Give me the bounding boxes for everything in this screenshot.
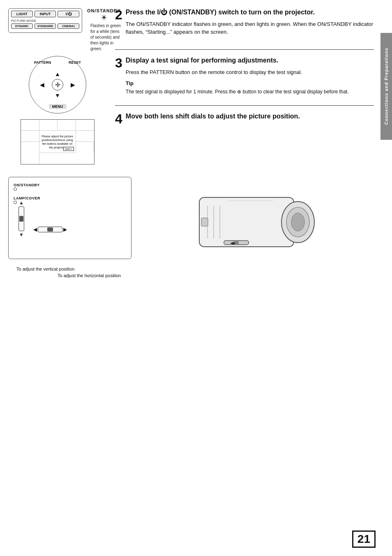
horizontal-slider-thumb [47, 227, 53, 232]
vertical-position-label: To adjust the vertical position [16, 266, 374, 271]
up-slider-arrow: ▲ [19, 200, 24, 206]
tip-body: The test signal is displayed for 1 minut… [126, 88, 349, 95]
tip-block: Tip The test signal is displayed for 1 m… [126, 80, 349, 95]
horizontal-slider-track [38, 227, 62, 232]
projector-panel: ON/STANDBY LAMP/COVER ▲ ▼ ◀ [8, 177, 131, 259]
remote-top-buttons: LIGHT INPUT I/⏻ PICTURE MODE DYNAMIC STA… [8, 8, 82, 33]
left-column: LIGHT INPUT I/⏻ PICTURE MODE DYNAMIC STA… [8, 8, 107, 169]
reset-label: RESET [69, 60, 81, 65]
projector-svg: ◀▶ [191, 181, 323, 263]
step4-heading: Move both lens shift dials to adjust the… [126, 112, 300, 121]
step3-block: 3 Display a test signal for performing a… [115, 56, 374, 95]
vertical-slider-track [18, 206, 24, 231]
page-number: 21 [352, 531, 376, 548]
on-standby-indicator [14, 188, 17, 191]
divider-1 [115, 49, 374, 50]
step2-body: The ON/STANDBY indicator flashes in gree… [126, 20, 374, 36]
sidebar-tab-label: Connections and Preparations [383, 48, 389, 125]
remote-top-panel: LIGHT INPUT I/⏻ PICTURE MODE DYNAMIC STA… [8, 8, 82, 52]
projector-device: ◀▶ [140, 177, 374, 263]
arrow-row: ◀ ✛ ▶ [40, 79, 75, 90]
diagram-labels: To adjust the vertical position To adjus… [8, 266, 374, 278]
vertical-slider-thumb [19, 216, 23, 222]
step4-number: 4 [115, 112, 122, 125]
svg-point-3 [291, 213, 304, 231]
test-screen-exit-button: Exit > [63, 147, 74, 151]
standby-button: I/⏻ [58, 11, 79, 17]
lamp-cover-label: LAMP/COVER [14, 196, 40, 200]
step3-heading: Display a test signal for performing adj… [126, 56, 349, 65]
menu-label: MENU [49, 104, 67, 109]
svg-text:◀▶: ◀▶ [230, 241, 236, 245]
svg-rect-11 [201, 218, 208, 226]
lamp-cover-indicator [14, 201, 17, 204]
horizontal-slider: ◀ ▶ [33, 227, 67, 232]
horizontal-position-label: To adjust the horizontal position [58, 273, 374, 278]
right-column: 2 Press the I/⏻ (ON/STANDBY) switch to t… [115, 8, 374, 169]
divider-2 [115, 105, 374, 106]
pattern-remote-circle: PATTERN RESET ▲ ◀ ✛ ▶ ▼ MENU [29, 56, 86, 114]
page-container: Connections and Preparations LIGHT INPUT… [0, 0, 392, 556]
tip-title: Tip [126, 80, 349, 86]
pattern-label: PATTERN [34, 60, 51, 65]
light-button: LIGHT [11, 11, 33, 17]
step4-block: 4 Move both lens shift dials to adjust t… [115, 112, 374, 125]
step2-number: 2 [115, 8, 122, 21]
up-arrow-icon: ▲ [55, 71, 60, 77]
bottom-diagram: ON/STANDBY LAMP/COVER ▲ ▼ ◀ [8, 177, 374, 263]
input-button: INPUT [35, 11, 56, 17]
remote-button-row-2: DYNAMIC STANDARD CINEMA1 [11, 23, 79, 29]
step3-number: 3 [115, 56, 122, 70]
test-screen-wrapper: Please adjust the picture position/size/… [20, 119, 96, 164]
dynamic-button: DYNAMIC [11, 23, 33, 29]
on-standby-panel-label: ON/STANDBY [14, 183, 40, 187]
picture-mode-label: PICTURE MODE [11, 19, 79, 23]
step2-heading: Press the I/⏻ (ON/STANDBY) switch to tur… [126, 8, 374, 17]
down-arrow-icon: ▼ [55, 92, 60, 99]
standard-button: STANDARD [35, 23, 56, 29]
step2-block: 2 Press the I/⏻ (ON/STANDBY) switch to t… [115, 8, 374, 39]
cinema1-button: CINEMA1 [58, 23, 79, 29]
main-layout: LIGHT INPUT I/⏻ PICTURE MODE DYNAMIC STA… [8, 8, 374, 169]
sidebar-tab: Connections and Preparations [380, 33, 392, 140]
vertical-slider: ▲ ▼ [18, 200, 24, 238]
right-arrow-icon: ▶ [71, 81, 75, 88]
down-slider-arrow: ▼ [19, 232, 24, 238]
left-arrow-icon: ◀ [40, 81, 44, 88]
step3-body: Press the PATTERN button on the remote c… [126, 68, 349, 76]
right-slider-arrow: ▶ [63, 227, 67, 232]
test-screen: Please adjust the picture position/size/… [21, 119, 95, 164]
left-slider-arrow: ◀ [33, 227, 37, 232]
center-cross-icon: ✛ [52, 79, 63, 90]
remote-button-row-1: LIGHT INPUT I/⏻ [11, 11, 79, 17]
